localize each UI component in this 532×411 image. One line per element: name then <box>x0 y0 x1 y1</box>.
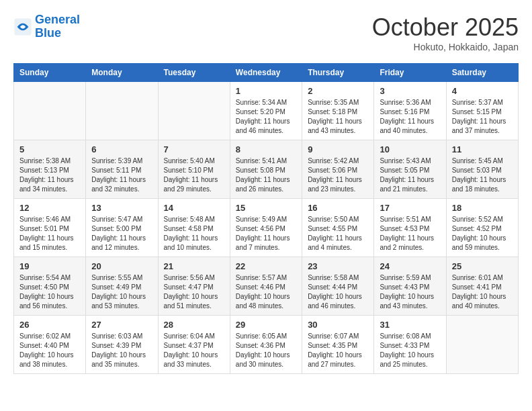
title-block: October 2025 Hokuto, Hokkaido, Japan <box>372 13 519 52</box>
calendar-cell: 16Sunrise: 5:50 AM Sunset: 4:55 PM Dayli… <box>302 199 374 257</box>
calendar-cell: 21Sunrise: 5:56 AM Sunset: 4:47 PM Dayli… <box>158 257 230 316</box>
calendar-week-row: 5Sunrise: 5:38 AM Sunset: 5:13 PM Daylig… <box>14 140 519 199</box>
calendar-cell: 26Sunrise: 6:02 AM Sunset: 4:40 PM Dayli… <box>14 316 86 374</box>
day-number: 30 <box>308 320 368 330</box>
weekday-header-saturday: Saturday <box>446 64 518 82</box>
calendar-cell: 22Sunrise: 5:57 AM Sunset: 4:46 PM Dayli… <box>230 257 302 316</box>
weekday-header-tuesday: Tuesday <box>158 64 230 82</box>
weekday-header-friday: Friday <box>374 64 446 82</box>
day-number: 13 <box>91 203 152 213</box>
calendar-cell: 9Sunrise: 5:42 AM Sunset: 5:06 PM Daylig… <box>302 140 374 199</box>
day-number: 18 <box>452 203 513 213</box>
day-number: 28 <box>164 320 224 330</box>
day-number: 16 <box>308 203 368 213</box>
day-number: 27 <box>91 320 152 330</box>
day-number: 23 <box>308 261 368 271</box>
calendar-cell: 8Sunrise: 5:41 AM Sunset: 5:08 PM Daylig… <box>230 140 302 199</box>
day-info: Sunrise: 5:39 AM Sunset: 5:11 PM Dayligh… <box>91 156 152 194</box>
day-number: 5 <box>19 144 80 154</box>
logo: General Blue <box>13 13 80 40</box>
day-info: Sunrise: 5:50 AM Sunset: 4:55 PM Dayligh… <box>308 215 368 253</box>
calendar-cell: 6Sunrise: 5:39 AM Sunset: 5:11 PM Daylig… <box>86 140 158 199</box>
calendar-week-row: 26Sunrise: 6:02 AM Sunset: 4:40 PM Dayli… <box>14 316 519 374</box>
calendar-week-row: 12Sunrise: 5:46 AM Sunset: 5:01 PM Dayli… <box>14 199 519 257</box>
calendar-cell: 1Sunrise: 5:34 AM Sunset: 5:20 PM Daylig… <box>230 82 302 140</box>
calendar-cell: 11Sunrise: 5:45 AM Sunset: 5:03 PM Dayli… <box>446 140 518 199</box>
day-info: Sunrise: 5:59 AM Sunset: 4:43 PM Dayligh… <box>380 273 440 311</box>
day-info: Sunrise: 5:46 AM Sunset: 5:01 PM Dayligh… <box>19 215 80 253</box>
day-number: 9 <box>308 144 368 154</box>
calendar-cell: 5Sunrise: 5:38 AM Sunset: 5:13 PM Daylig… <box>14 140 86 199</box>
day-info: Sunrise: 5:40 AM Sunset: 5:10 PM Dayligh… <box>164 156 224 194</box>
calendar-cell <box>446 316 518 374</box>
day-info: Sunrise: 6:05 AM Sunset: 4:36 PM Dayligh… <box>236 332 296 369</box>
day-number: 11 <box>452 144 513 154</box>
calendar-cell: 12Sunrise: 5:46 AM Sunset: 5:01 PM Dayli… <box>14 199 86 257</box>
day-number: 14 <box>164 203 224 213</box>
day-info: Sunrise: 6:03 AM Sunset: 4:39 PM Dayligh… <box>91 332 152 369</box>
day-info: Sunrise: 5:58 AM Sunset: 4:44 PM Dayligh… <box>308 273 368 311</box>
day-info: Sunrise: 6:07 AM Sunset: 4:35 PM Dayligh… <box>308 332 368 369</box>
calendar-cell: 23Sunrise: 5:58 AM Sunset: 4:44 PM Dayli… <box>302 257 374 316</box>
day-info: Sunrise: 5:37 AM Sunset: 5:15 PM Dayligh… <box>452 98 513 136</box>
day-number: 12 <box>19 203 80 213</box>
page-header: General Blue October 2025 Hokuto, Hokkai… <box>13 13 519 52</box>
calendar-cell: 24Sunrise: 5:59 AM Sunset: 4:43 PM Dayli… <box>374 257 446 316</box>
day-info: Sunrise: 5:52 AM Sunset: 4:52 PM Dayligh… <box>452 215 513 253</box>
day-number: 4 <box>452 86 513 96</box>
day-info: Sunrise: 6:01 AM Sunset: 4:41 PM Dayligh… <box>452 273 513 311</box>
day-info: Sunrise: 5:41 AM Sunset: 5:08 PM Dayligh… <box>236 156 296 194</box>
location: Hokuto, Hokkaido, Japan <box>372 42 519 52</box>
calendar-cell: 31Sunrise: 6:08 AM Sunset: 4:33 PM Dayli… <box>374 316 446 374</box>
day-info: Sunrise: 5:57 AM Sunset: 4:46 PM Dayligh… <box>236 273 296 311</box>
calendar-cell <box>14 82 86 140</box>
day-number: 19 <box>19 261 80 271</box>
day-info: Sunrise: 5:35 AM Sunset: 5:18 PM Dayligh… <box>308 98 368 136</box>
day-info: Sunrise: 5:42 AM Sunset: 5:06 PM Dayligh… <box>308 156 368 194</box>
calendar-cell: 14Sunrise: 5:48 AM Sunset: 4:58 PM Dayli… <box>158 199 230 257</box>
calendar-cell: 29Sunrise: 6:05 AM Sunset: 4:36 PM Dayli… <box>230 316 302 374</box>
calendar-week-row: 1Sunrise: 5:34 AM Sunset: 5:20 PM Daylig… <box>14 82 519 140</box>
weekday-header-sunday: Sunday <box>14 64 86 82</box>
day-number: 3 <box>380 86 440 96</box>
day-info: Sunrise: 5:56 AM Sunset: 4:47 PM Dayligh… <box>164 273 224 311</box>
calendar-cell: 15Sunrise: 5:49 AM Sunset: 4:56 PM Dayli… <box>230 199 302 257</box>
day-number: 21 <box>164 261 224 271</box>
day-info: Sunrise: 5:34 AM Sunset: 5:20 PM Dayligh… <box>236 98 296 136</box>
day-number: 20 <box>91 261 152 271</box>
day-info: Sunrise: 5:49 AM Sunset: 4:56 PM Dayligh… <box>236 215 296 253</box>
day-number: 6 <box>91 144 152 154</box>
day-info: Sunrise: 5:55 AM Sunset: 4:49 PM Dayligh… <box>91 273 152 311</box>
day-info: Sunrise: 5:51 AM Sunset: 4:53 PM Dayligh… <box>380 215 440 253</box>
calendar-table: SundayMondayTuesdayWednesdayThursdayFrid… <box>13 63 519 374</box>
calendar-cell: 3Sunrise: 5:36 AM Sunset: 5:16 PM Daylig… <box>374 82 446 140</box>
calendar-cell: 19Sunrise: 5:54 AM Sunset: 4:50 PM Dayli… <box>14 257 86 316</box>
day-number: 7 <box>164 144 224 154</box>
day-info: Sunrise: 5:43 AM Sunset: 5:05 PM Dayligh… <box>380 156 440 194</box>
day-info: Sunrise: 5:36 AM Sunset: 5:16 PM Dayligh… <box>380 98 440 136</box>
calendar-cell: 20Sunrise: 5:55 AM Sunset: 4:49 PM Dayli… <box>86 257 158 316</box>
day-info: Sunrise: 5:48 AM Sunset: 4:58 PM Dayligh… <box>164 215 224 253</box>
calendar-week-row: 19Sunrise: 5:54 AM Sunset: 4:50 PM Dayli… <box>14 257 519 316</box>
day-info: Sunrise: 5:38 AM Sunset: 5:13 PM Dayligh… <box>19 156 80 194</box>
day-number: 10 <box>380 144 440 154</box>
day-number: 17 <box>380 203 440 213</box>
month-title: October 2025 <box>372 13 519 42</box>
logo-text: General Blue <box>35 13 80 40</box>
day-number: 29 <box>236 320 296 330</box>
calendar-cell: 30Sunrise: 6:07 AM Sunset: 4:35 PM Dayli… <box>302 316 374 374</box>
day-info: Sunrise: 6:04 AM Sunset: 4:37 PM Dayligh… <box>164 332 224 369</box>
logo-icon <box>13 17 32 36</box>
calendar-cell: 25Sunrise: 6:01 AM Sunset: 4:41 PM Dayli… <box>446 257 518 316</box>
calendar-cell: 27Sunrise: 6:03 AM Sunset: 4:39 PM Dayli… <box>86 316 158 374</box>
day-number: 15 <box>236 203 296 213</box>
weekday-header-monday: Monday <box>86 64 158 82</box>
day-number: 25 <box>452 261 513 271</box>
day-number: 2 <box>308 86 368 96</box>
day-number: 31 <box>380 320 440 330</box>
calendar-cell: 4Sunrise: 5:37 AM Sunset: 5:15 PM Daylig… <box>446 82 518 140</box>
weekday-header-thursday: Thursday <box>302 64 374 82</box>
calendar-cell <box>86 82 158 140</box>
day-info: Sunrise: 5:45 AM Sunset: 5:03 PM Dayligh… <box>452 156 513 194</box>
calendar-cell: 10Sunrise: 5:43 AM Sunset: 5:05 PM Dayli… <box>374 140 446 199</box>
